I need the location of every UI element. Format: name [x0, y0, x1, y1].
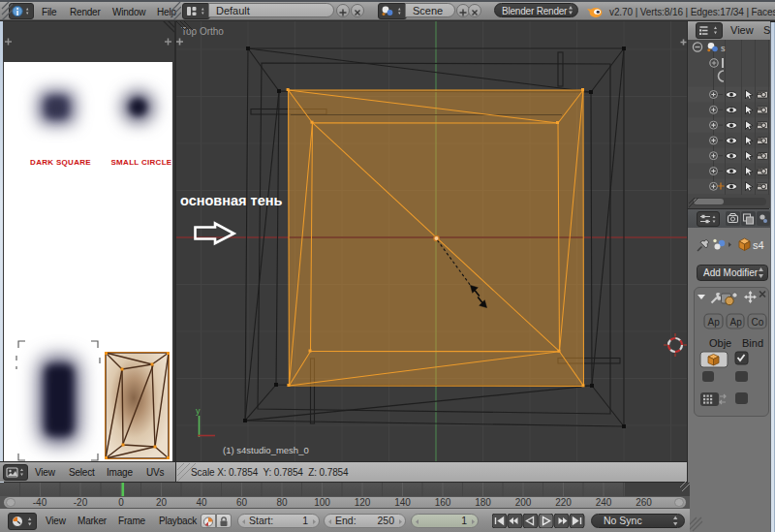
svg-text:260: 260 [636, 497, 652, 508]
svg-text:Bind: Bind [742, 337, 763, 349]
svg-text:Ap: Ap [730, 317, 743, 328]
svg-text:220: 220 [555, 497, 572, 508]
svg-text:s: s [721, 44, 726, 53]
svg-text:y: y [196, 406, 201, 416]
svg-text:120: 120 [355, 497, 371, 508]
svg-text:s4: s4 [753, 239, 764, 251]
svg-text:-20: -20 [74, 497, 88, 508]
svg-text:80: 80 [276, 497, 288, 508]
svg-text:160: 160 [435, 497, 451, 508]
svg-text:20: 20 [156, 497, 168, 508]
svg-text:140: 140 [394, 497, 411, 508]
svg-text:60: 60 [236, 497, 248, 508]
svg-text:основная тень: основная тень [180, 193, 282, 208]
svg-text:100: 100 [314, 497, 330, 508]
svg-text:Obje: Obje [709, 337, 731, 349]
svg-text:0: 0 [118, 497, 124, 508]
svg-text:40: 40 [196, 497, 207, 508]
svg-text:180: 180 [475, 497, 491, 508]
svg-text:-40: -40 [33, 497, 47, 508]
svg-text:(1) s4studio_mesh_0: (1) s4studio_mesh_0 [223, 445, 309, 455]
svg-text:Ap: Ap [708, 317, 721, 328]
svg-text:200: 200 [515, 497, 532, 508]
svg-text:Top Ortho: Top Ortho [181, 26, 224, 37]
svg-text:240: 240 [596, 497, 612, 508]
svg-text:Co: Co [752, 317, 764, 328]
